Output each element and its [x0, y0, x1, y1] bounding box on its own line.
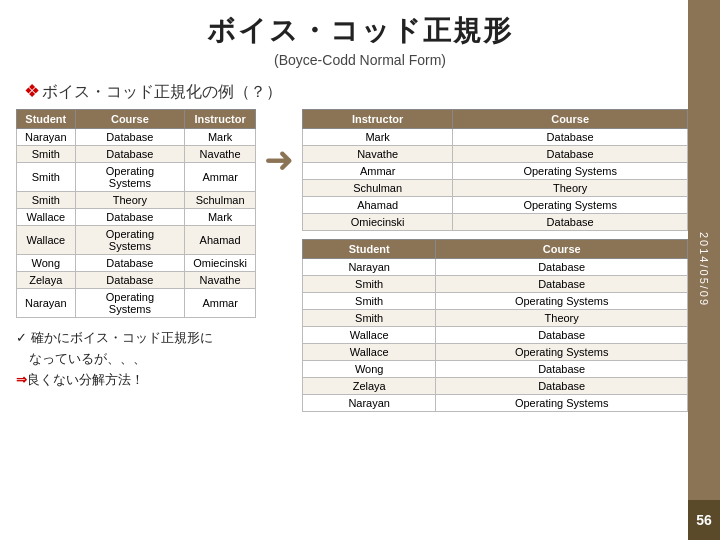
- table-cell: Database: [75, 146, 185, 163]
- table-row: AmmarOperating Systems: [303, 163, 688, 180]
- table-cell: Mark: [303, 129, 453, 146]
- instructor-table-header: Instructor: [303, 110, 453, 129]
- title-area: ボイス・コッド正規形 (Boyce-Codd Normal Form): [0, 0, 720, 72]
- table-cell: Omiecinski: [303, 214, 453, 231]
- table-cell: Database: [75, 129, 185, 146]
- diamond-icon: ❖: [24, 81, 40, 101]
- student-table-header: Course: [436, 240, 688, 259]
- content-area: StudentCourseInstructor NarayanDatabaseM…: [0, 109, 720, 412]
- table-cell: Narayan: [303, 259, 436, 276]
- table-row: NavatheDatabase: [303, 146, 688, 163]
- table-cell: Smith: [17, 163, 76, 192]
- table-cell: Operating Systems: [453, 163, 688, 180]
- table-row: SmithOperating Systems: [303, 293, 688, 310]
- table-cell: Smith: [17, 146, 76, 163]
- table-cell: Narayan: [303, 395, 436, 412]
- table-cell: Wallace: [303, 327, 436, 344]
- table-cell: Database: [75, 272, 185, 289]
- table-cell: Narayan: [17, 289, 76, 318]
- table-cell: Database: [75, 255, 185, 272]
- table-row: MarkDatabase: [303, 129, 688, 146]
- table-cell: Operating Systems: [75, 289, 185, 318]
- table-cell: Operating Systems: [436, 293, 688, 310]
- table-row: WongDatabaseOmiecinski: [17, 255, 256, 272]
- left-table-header-row: StudentCourseInstructor: [17, 110, 256, 129]
- left-panel: StudentCourseInstructor NarayanDatabaseM…: [16, 109, 256, 390]
- table-row: SmithTheorySchulman: [17, 192, 256, 209]
- table-cell: Schulman: [185, 192, 256, 209]
- table-cell: Database: [436, 327, 688, 344]
- instructor-table: InstructorCourse MarkDatabaseNavatheData…: [302, 109, 688, 231]
- page-number-box: 56: [688, 500, 720, 540]
- instructor-header-row: InstructorCourse: [303, 110, 688, 129]
- table-cell: Database: [453, 214, 688, 231]
- table-row: NarayanDatabaseMark: [17, 129, 256, 146]
- table-row: NarayanOperating SystemsAmmar: [17, 289, 256, 318]
- table-cell: Wallace: [17, 226, 76, 255]
- table-row: OmiecinskiDatabase: [303, 214, 688, 231]
- table-row: SmithTheory: [303, 310, 688, 327]
- table-row: AhamadOperating Systems: [303, 197, 688, 214]
- table-cell: Zelaya: [17, 272, 76, 289]
- table-cell: Database: [436, 378, 688, 395]
- instructor-table-header: Course: [453, 110, 688, 129]
- note-line3-text: 良くない分解方法！: [27, 372, 144, 387]
- left-table-header: Student: [17, 110, 76, 129]
- table-cell: Smith: [17, 192, 76, 209]
- table-cell: Database: [436, 361, 688, 378]
- table-row: WallaceDatabaseMark: [17, 209, 256, 226]
- table-cell: Mark: [185, 129, 256, 146]
- note-area: ✓ 確かにボイス・コッド正規形に なっているが、、、 ⇒良くない分解方法！: [16, 328, 256, 390]
- table-cell: Wallace: [303, 344, 436, 361]
- table-cell: Operating Systems: [436, 395, 688, 412]
- page-number: 56: [696, 512, 712, 528]
- table-cell: Theory: [75, 192, 185, 209]
- table-cell: Mark: [185, 209, 256, 226]
- table-cell: Omiecinski: [185, 255, 256, 272]
- table-row: NarayanDatabase: [303, 259, 688, 276]
- table-cell: Zelaya: [303, 378, 436, 395]
- page: 2014/05/09 56 ボイス・コッド正規形 (Boyce-Codd Nor…: [0, 0, 720, 540]
- table-row: WallaceOperating SystemsAhamad: [17, 226, 256, 255]
- table-cell: Operating Systems: [75, 226, 185, 255]
- table-cell: Wong: [303, 361, 436, 378]
- table-cell: Navathe: [185, 272, 256, 289]
- table-cell: Operating Systems: [436, 344, 688, 361]
- table-cell: Navathe: [303, 146, 453, 163]
- table-cell: Wong: [17, 255, 76, 272]
- main-title: ボイス・コッド正規形: [0, 12, 720, 50]
- table-row: WongDatabase: [303, 361, 688, 378]
- left-table-header: Instructor: [185, 110, 256, 129]
- table-row: SmithDatabaseNavathe: [17, 146, 256, 163]
- table-cell: Smith: [303, 276, 436, 293]
- table-cell: Schulman: [303, 180, 453, 197]
- table-cell: Operating Systems: [453, 197, 688, 214]
- table-cell: Ammar: [185, 289, 256, 318]
- student-header-row: StudentCourse: [303, 240, 688, 259]
- right-side: InstructorCourse MarkDatabaseNavatheData…: [302, 109, 688, 412]
- arrow-area: ➜: [264, 109, 294, 181]
- table-row: SchulmanTheory: [303, 180, 688, 197]
- student-table: StudentCourse NarayanDatabaseSmithDataba…: [302, 239, 688, 412]
- note-line2: なっているが、、、: [16, 349, 256, 370]
- table-cell: Database: [436, 259, 688, 276]
- note-line3: ⇒良くない分解方法！: [16, 370, 256, 391]
- table-cell: Ahamad: [185, 226, 256, 255]
- table-row: NarayanOperating Systems: [303, 395, 688, 412]
- table-row: ZelayaDatabaseNavathe: [17, 272, 256, 289]
- arrow-icon: ➜: [264, 139, 294, 181]
- note-line1: ✓ 確かにボイス・コッド正規形に: [16, 328, 256, 349]
- date-text: 2014/05/09: [698, 232, 710, 307]
- table-cell: Database: [436, 276, 688, 293]
- table-cell: Smith: [303, 293, 436, 310]
- sub-title: (Boyce-Codd Normal Form): [0, 52, 720, 68]
- student-table-header: Student: [303, 240, 436, 259]
- table-row: ZelayaDatabase: [303, 378, 688, 395]
- table-row: SmithOperating SystemsAmmar: [17, 163, 256, 192]
- left-table-header: Course: [75, 110, 185, 129]
- table-cell: Database: [75, 209, 185, 226]
- table-cell: Theory: [436, 310, 688, 327]
- table-cell: Narayan: [17, 129, 76, 146]
- table-cell: Wallace: [17, 209, 76, 226]
- section-heading: ❖ボイス・コッド正規化の例（？）: [24, 80, 720, 103]
